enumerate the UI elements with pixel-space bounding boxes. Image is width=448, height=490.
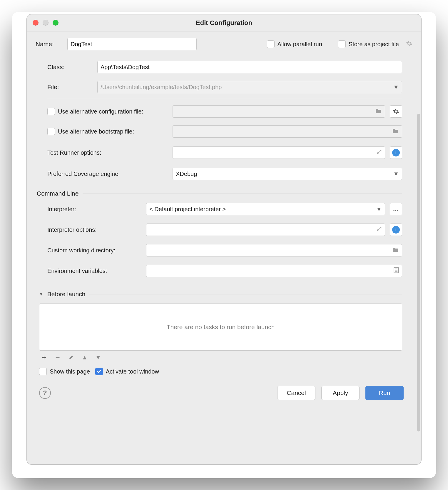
expand-icon[interactable] bbox=[377, 226, 382, 233]
chevron-down-icon: ▼ bbox=[393, 171, 399, 177]
cancel-button[interactable]: Cancel bbox=[277, 386, 315, 400]
maximize-window-button[interactable] bbox=[53, 20, 58, 26]
command-line-section-label: Command Line bbox=[37, 190, 78, 197]
test-runner-input[interactable] bbox=[173, 146, 385, 159]
expand-icon[interactable] bbox=[377, 149, 382, 156]
coverage-label: Preferred Coverage engine: bbox=[47, 171, 168, 177]
alt-bootstrap-path-input bbox=[173, 125, 402, 138]
class-label: Class: bbox=[47, 64, 91, 71]
folder-icon bbox=[392, 128, 399, 135]
traffic-lights bbox=[33, 20, 58, 26]
info-icon: i bbox=[392, 149, 400, 156]
test-runner-label: Test Runner options: bbox=[47, 149, 168, 156]
alt-config-checkbox[interactable]: Use alternative configuration file: bbox=[47, 108, 168, 115]
alt-bootstrap-checkbox[interactable]: Use alternative bootstrap file: bbox=[47, 128, 168, 135]
before-launch-empty-message: There are no tasks to run before launch bbox=[167, 324, 275, 331]
alt-config-label: Use alternative configuration file: bbox=[58, 108, 143, 115]
name-label: Name: bbox=[36, 41, 62, 48]
alt-bootstrap-label: Use alternative bootstrap file: bbox=[58, 128, 134, 135]
titlebar: Edit Configuration bbox=[27, 14, 421, 31]
env-label: Environment variables: bbox=[47, 268, 141, 274]
add-task-button[interactable]: + bbox=[41, 354, 47, 361]
move-down-button: ▼ bbox=[95, 354, 101, 361]
run-button[interactable]: Run bbox=[365, 386, 404, 400]
coverage-select[interactable]: XDebug ▼ bbox=[173, 168, 402, 180]
alt-config-path-input bbox=[173, 105, 385, 118]
store-project-file-label: Store as project file bbox=[349, 41, 399, 48]
gear-icon[interactable] bbox=[406, 40, 412, 48]
folder-icon[interactable] bbox=[392, 247, 399, 254]
remove-task-button: − bbox=[54, 354, 61, 361]
window-title: Edit Configuration bbox=[196, 19, 252, 27]
folder-icon bbox=[375, 108, 382, 115]
show-this-page-checkbox[interactable]: Show this page bbox=[39, 368, 90, 375]
show-this-page-label: Show this page bbox=[50, 368, 90, 375]
info-icon: i bbox=[392, 226, 400, 234]
alt-config-settings-button[interactable] bbox=[390, 105, 402, 118]
chevron-down-icon: ▼ bbox=[393, 84, 399, 91]
chevron-down-icon: ▼ bbox=[376, 206, 382, 213]
edit-task-button bbox=[68, 354, 74, 361]
minimize-window-button[interactable] bbox=[43, 20, 49, 26]
before-launch-list: There are no tasks to run before launch bbox=[39, 304, 402, 351]
apply-button[interactable]: Apply bbox=[321, 386, 360, 400]
before-launch-section-label: Before launch bbox=[47, 291, 86, 298]
interpreter-options-input[interactable] bbox=[146, 224, 385, 236]
test-runner-info-button[interactable]: i bbox=[390, 146, 402, 159]
store-project-file-checkbox[interactable]: Store as project file bbox=[338, 40, 399, 48]
interpreter-options-info-button[interactable]: i bbox=[390, 224, 402, 236]
dialog-window: Edit Configuration Name: Allow parallel … bbox=[26, 14, 422, 465]
help-button[interactable]: ? bbox=[39, 387, 51, 399]
move-up-button: ▲ bbox=[81, 354, 88, 361]
class-input[interactable]: App\Tests\DogTest bbox=[97, 61, 402, 73]
allow-parallel-checkbox[interactable]: Allow parallel run bbox=[267, 40, 322, 48]
close-window-button[interactable] bbox=[33, 20, 39, 26]
interpreter-select[interactable]: < Default project interpreter > ▼ bbox=[146, 203, 385, 215]
interpreter-label: Interpreter: bbox=[47, 206, 141, 213]
file-label: File: bbox=[47, 84, 91, 91]
collapse-icon[interactable]: ▼ bbox=[39, 292, 43, 296]
name-input[interactable] bbox=[67, 38, 197, 50]
cwd-input[interactable] bbox=[146, 244, 402, 256]
interpreter-options-label: Interpreter options: bbox=[47, 226, 141, 233]
allow-parallel-label: Allow parallel run bbox=[278, 41, 322, 48]
activate-tool-window-label: Activate tool window bbox=[106, 368, 159, 375]
interpreter-browse-button[interactable]: ... bbox=[390, 203, 402, 215]
env-input[interactable] bbox=[146, 265, 402, 277]
file-input: /Users/chunfeilung/example/tests/DogTest… bbox=[97, 81, 402, 93]
scrollbar[interactable] bbox=[417, 114, 420, 431]
list-icon[interactable] bbox=[394, 267, 399, 275]
activate-tool-window-checkbox[interactable]: Activate tool window bbox=[95, 368, 159, 375]
cwd-label: Custom working directory: bbox=[47, 247, 141, 254]
